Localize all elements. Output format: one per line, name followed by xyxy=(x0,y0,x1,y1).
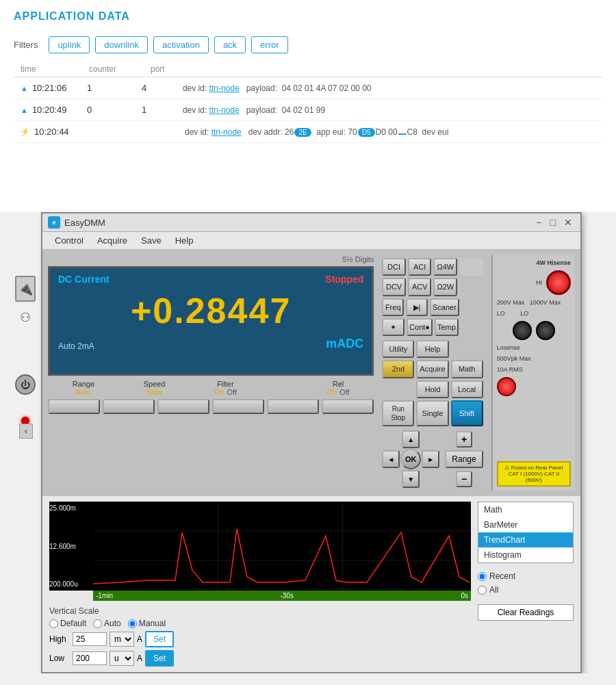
list-item-trendchart[interactable]: TrendChart xyxy=(478,532,573,547)
lo-terminal-2[interactable] xyxy=(536,321,555,340)
nav-left-button[interactable]: ◄ xyxy=(382,450,400,468)
row-counter: 0 xyxy=(87,105,142,115)
btn-shift[interactable]: Shift xyxy=(451,400,483,426)
btn-hold[interactable]: Hold xyxy=(416,380,448,398)
btn-cont[interactable]: Cont● xyxy=(407,318,433,336)
plus-button[interactable]: + xyxy=(456,431,472,448)
menu-control[interactable]: Control xyxy=(48,233,90,248)
btn-scanner[interactable]: Scaner xyxy=(430,298,459,316)
menu-help[interactable]: Help xyxy=(168,233,201,248)
scale-manual-radio[interactable] xyxy=(128,619,137,628)
btn-math[interactable]: Math xyxy=(451,360,483,378)
meter-mode: DC Current xyxy=(58,274,110,285)
lo-terminal[interactable] xyxy=(513,321,532,340)
scale-auto-option[interactable]: Auto xyxy=(93,619,121,628)
high-set-button[interactable]: Set xyxy=(145,631,174,647)
btn-help[interactable]: Help xyxy=(416,340,448,358)
high-label: High xyxy=(49,634,70,644)
filter-activation[interactable]: activation xyxy=(153,36,209,53)
filter-off: Off xyxy=(227,388,236,396)
recent-option[interactable]: Recent xyxy=(478,571,574,581)
btn-acquire[interactable]: Acquire xyxy=(416,360,448,378)
high-unit-select[interactable]: m u n xyxy=(110,632,134,647)
table-header: time counter port xyxy=(14,62,602,77)
row-meta: dev id: ttn-node payload: 04 02 01 99 xyxy=(183,105,595,115)
btn-diode[interactable]: ▶| xyxy=(406,298,428,316)
scale-auto-radio[interactable] xyxy=(93,619,102,628)
dev-id-link[interactable]: ttn-node xyxy=(211,127,242,137)
low-label: Low xyxy=(49,654,70,663)
btn-2nd[interactable]: 2nd xyxy=(382,360,414,378)
soft-btn-5[interactable] xyxy=(267,399,319,414)
soft-btn-2[interactable] xyxy=(103,399,155,414)
nav-right-button[interactable]: ► xyxy=(422,450,439,468)
btn-local[interactable]: Local xyxy=(451,380,483,398)
dmm-title: EasyDMM xyxy=(64,218,105,228)
scale-default-radio[interactable] xyxy=(49,619,58,628)
list-item-histogram[interactable]: Histogram xyxy=(478,547,573,563)
maximize-button[interactable]: □ xyxy=(548,217,559,228)
hi-terminal[interactable] xyxy=(546,270,571,295)
btn-temp[interactable]: Temp xyxy=(435,318,459,336)
dev-id-link[interactable]: ttn-node xyxy=(209,83,240,93)
btn-utility[interactable]: Utility xyxy=(382,340,414,358)
list-item-barmeter[interactable]: BarMeter xyxy=(478,517,573,532)
clear-readings-button[interactable]: Clear Readings xyxy=(478,604,574,621)
scale-manual-option[interactable]: Manual xyxy=(128,619,166,628)
minimize-button[interactable]: − xyxy=(533,217,544,228)
filter-on: On xyxy=(214,388,224,396)
nav-down-button[interactable]: ▼ xyxy=(402,470,420,488)
btn-ohm2w[interactable]: Ω2W xyxy=(433,278,457,296)
nav-up-button[interactable]: ▲ xyxy=(402,430,420,448)
filter-error[interactable]: error xyxy=(251,36,287,53)
range-button[interactable]: Range xyxy=(445,450,483,468)
list-item-math[interactable]: Math xyxy=(478,502,573,517)
low-unit-select[interactable]: u m n xyxy=(110,651,134,666)
low-input[interactable] xyxy=(73,651,107,665)
btn-dcv[interactable]: DCV xyxy=(382,278,406,296)
minus-button[interactable]: − xyxy=(456,471,472,487)
soft-btn-1[interactable] xyxy=(48,399,100,414)
btn-freq[interactable]: Freq xyxy=(382,298,404,316)
nav-ok-button[interactable]: OK xyxy=(400,449,421,469)
power-button[interactable]: ⏻ xyxy=(15,374,36,395)
filter-downlink[interactable]: downlink xyxy=(95,36,148,53)
hisense-label: 4W Hisense xyxy=(497,259,571,266)
filter-uplink[interactable]: uplink xyxy=(49,36,90,53)
scale-default-option[interactable]: Default xyxy=(49,619,86,628)
high-input[interactable] xyxy=(73,632,107,646)
y-label-mid: 12.600m xyxy=(49,543,90,550)
btn-run-stop[interactable]: Run Stop xyxy=(382,400,414,426)
btn-plus-minus[interactable]: ✦ xyxy=(382,318,405,336)
btn-acv[interactable]: ACV xyxy=(408,278,432,296)
menu-save[interactable]: Save xyxy=(134,233,168,248)
header-port: port xyxy=(151,64,205,74)
btn-dci[interactable]: DCI xyxy=(382,258,406,276)
soft-buttons xyxy=(48,399,374,414)
meter-status: Stopped xyxy=(325,274,363,285)
dmm-menubar: Control Acquire Save Help xyxy=(42,232,580,250)
rel-on: On xyxy=(326,388,337,396)
btn-single[interactable]: Single xyxy=(416,400,448,426)
soft-btn-3[interactable] xyxy=(157,399,209,414)
soft-btn-6[interactable] xyxy=(322,399,374,414)
collapse-button[interactable]: ‹ xyxy=(19,424,33,439)
dev-id-link[interactable]: ttn-node xyxy=(209,105,240,115)
soft-btn-4[interactable] xyxy=(212,399,264,414)
current-terminal[interactable] xyxy=(497,377,516,396)
low-set-button[interactable]: Set xyxy=(145,650,174,667)
close-button[interactable]: ✕ xyxy=(561,217,575,228)
menu-acquire[interactable]: Acquire xyxy=(90,233,134,248)
x-label-right: 0s xyxy=(461,592,468,599)
row-counter: 1 xyxy=(87,83,142,93)
all-option[interactable]: All xyxy=(478,585,574,595)
current-10a: 10A RMS xyxy=(497,366,571,373)
high-row: High m u n A Set xyxy=(49,631,471,647)
btn-ohm4w[interactable]: Ω4W xyxy=(433,258,457,276)
all-radio[interactable] xyxy=(478,586,487,595)
time-options: Recent All xyxy=(478,571,574,599)
btn-aci[interactable]: ACI xyxy=(408,258,432,276)
filter-ack[interactable]: ack xyxy=(214,36,246,53)
recent-radio[interactable] xyxy=(478,572,487,581)
range-value: Auto xyxy=(73,388,94,396)
